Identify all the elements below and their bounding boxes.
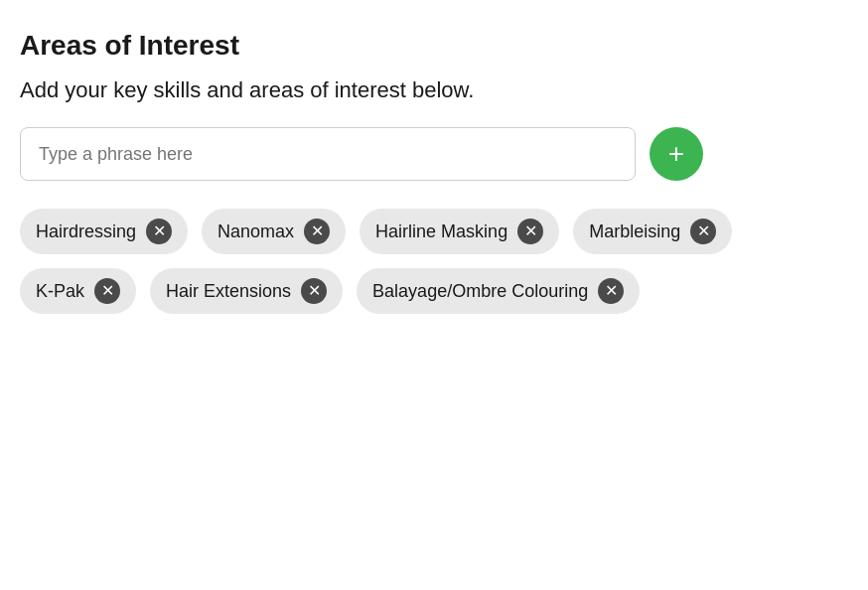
tags-container: Hairdressing✕Nanomax✕Hairline Masking✕Ma… [20, 209, 775, 314]
tag-item: Hairdressing✕ [20, 209, 188, 254]
page-subtitle: Add your key skills and areas of interes… [20, 77, 848, 103]
tag-item: K-Pak✕ [20, 268, 136, 314]
tag-label: Nanomax [217, 221, 294, 242]
remove-icon: ✕ [311, 223, 324, 239]
tag-remove-button[interactable]: ✕ [598, 278, 624, 304]
phrase-input[interactable] [20, 127, 636, 181]
remove-icon: ✕ [101, 283, 114, 299]
tag-remove-button[interactable]: ✕ [690, 219, 716, 244]
plus-icon: + [668, 140, 684, 168]
tag-remove-button[interactable]: ✕ [304, 219, 330, 244]
remove-icon: ✕ [605, 283, 618, 299]
tag-item: Hairline Masking✕ [360, 209, 559, 254]
tag-remove-button[interactable]: ✕ [517, 219, 543, 244]
tag-label: K-Pak [36, 281, 84, 302]
tag-label: Marbleising [589, 221, 680, 242]
tag-remove-button[interactable]: ✕ [146, 219, 172, 244]
remove-icon: ✕ [153, 223, 166, 239]
tag-remove-button[interactable]: ✕ [301, 278, 327, 304]
tag-label: Hairline Masking [375, 221, 507, 242]
tag-item: Nanomax✕ [202, 209, 346, 254]
tag-item: Marbleising✕ [573, 209, 732, 254]
tag-item: Balayage/Ombre Colouring✕ [357, 268, 640, 314]
remove-icon: ✕ [308, 283, 321, 299]
tag-label: Hair Extensions [166, 281, 291, 302]
remove-icon: ✕ [524, 223, 537, 239]
remove-icon: ✕ [697, 223, 710, 239]
tag-remove-button[interactable]: ✕ [94, 278, 120, 304]
tag-item: Hair Extensions✕ [150, 268, 343, 314]
tag-label: Balayage/Ombre Colouring [372, 281, 588, 302]
tag-label: Hairdressing [36, 221, 136, 242]
add-button[interactable]: + [650, 127, 703, 181]
input-row: + [20, 127, 848, 181]
page-title: Areas of Interest [20, 30, 848, 62]
